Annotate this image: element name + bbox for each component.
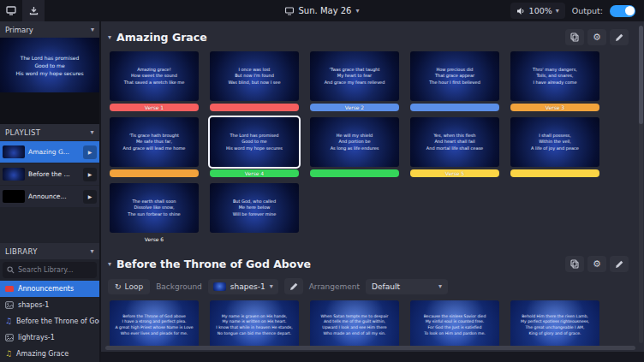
- playlist-item-amazing-grace[interactable]: Amazing G... ▶: [0, 141, 99, 163]
- library-item-lightrays-1[interactable]: lightrays-1: [0, 329, 99, 346]
- copy-button[interactable]: [565, 256, 584, 272]
- library-item-shapes-1[interactable]: shapes-1: [0, 297, 99, 313]
- primary-header[interactable]: Primary ▾: [0, 21, 99, 38]
- slide-group-label[interactable]: [210, 104, 299, 111]
- output-toggle[interactable]: [610, 5, 635, 17]
- edit-button[interactable]: [610, 256, 629, 272]
- slide-group-label[interactable]: Verse 5: [410, 169, 499, 177]
- play-icon: ▶: [88, 171, 92, 177]
- slide-group-label[interactable]: [110, 169, 199, 177]
- slide-group-label[interactable]: Verse 4: [210, 169, 299, 177]
- slide-card[interactable]: I once was lost But now I'm found Was bl…: [210, 51, 299, 111]
- slide-thumbnail[interactable]: He will my shield And portion be As long…: [310, 117, 399, 167]
- bottom-drawer[interactable]: [101, 352, 644, 362]
- playlist-item-name: Amazing G...: [28, 148, 80, 156]
- chevron-down-icon[interactable]: ▾: [108, 33, 111, 41]
- search-input[interactable]: [18, 266, 92, 274]
- vertical-scrollbar[interactable]: [639, 26, 643, 343]
- loop-button[interactable]: ↻ Loop: [108, 279, 150, 294]
- slide-card[interactable]: But God, who called Me here below Will b…: [210, 183, 299, 243]
- playlist-item-before-the-throne[interactable]: Before the ... ▶: [0, 163, 99, 185]
- settings-button[interactable]: ⚙: [587, 29, 606, 45]
- slide-group-label[interactable]: [510, 169, 599, 177]
- section-toolbar: ⚙: [565, 29, 635, 45]
- slide-thumbnail[interactable]: When Satan tempts me to despair And tell…: [310, 300, 399, 350]
- slide-card[interactable]: When Satan tempts me to despair And tell…: [310, 300, 399, 350]
- slide-thumbnail[interactable]: Thro' many dangers, Toils, and snares, I…: [510, 51, 599, 101]
- slide-thumbnail[interactable]: The earth shall soon Dissolve like snow,…: [110, 183, 199, 233]
- slide-thumbnail[interactable]: Because the sinless Savior died My sinfu…: [410, 300, 499, 350]
- slide-card[interactable]: Yes, when this flesh And heart shall fai…: [410, 117, 499, 177]
- section-header-amazing-grace: ▾ Amazing Grace ⚙: [101, 21, 644, 50]
- library-item-name: lightrays-1: [18, 334, 55, 341]
- chevron-down-icon: ▾: [270, 282, 273, 290]
- library-search: [3, 262, 97, 278]
- slide-group-label[interactable]: [310, 169, 399, 177]
- slide-card[interactable]: I shall possess, Within the veil, A life…: [510, 117, 599, 177]
- preview-slide[interactable]: The Lord has promised Good to me His wor…: [0, 38, 99, 92]
- slide-group-label[interactable]: Verse 2: [310, 104, 399, 111]
- slide-card[interactable]: He will my shield And portion be As long…: [310, 117, 399, 177]
- section-title[interactable]: Before the Throne of God Above: [116, 258, 311, 270]
- play-icon: ▶: [88, 149, 92, 155]
- slide-card[interactable]: Thro' many dangers, Toils, and snares, I…: [510, 51, 599, 111]
- edit-background-button[interactable]: [284, 278, 303, 294]
- slide-thumbnail[interactable]: The Lord has promised Good to me His wor…: [210, 117, 299, 167]
- scrollbar-thumb[interactable]: [639, 26, 643, 124]
- slide-card[interactable]: Behold Him there the risen Lamb, My perf…: [510, 300, 599, 350]
- slide-thumbnail[interactable]: But God, who called Me here below Will b…: [210, 183, 299, 233]
- slide-thumbnail[interactable]: Before the Throne of God above I have a …: [110, 300, 199, 350]
- display-button[interactable]: [0, 0, 22, 21]
- play-button[interactable]: ▶: [83, 190, 97, 204]
- library-item-before-the-throne[interactable]: ♫ Before the Throne of God: [0, 313, 99, 329]
- library-item-amazing-grace[interactable]: ♫ Amazing Grace: [0, 346, 99, 362]
- copy-button[interactable]: [565, 29, 584, 45]
- slide-group-label[interactable]: [410, 104, 499, 111]
- slide-card[interactable]: 'Twas grace that taught My heart to fear…: [310, 51, 399, 111]
- slide-group-label[interactable]: [210, 235, 299, 243]
- slide-group-label[interactable]: Verse 6: [110, 235, 199, 243]
- slide-text: Before the Throne of God above I have a …: [112, 314, 195, 337]
- slide-thumbnail[interactable]: I once was lost But now I'm found Was bl…: [210, 51, 299, 101]
- slide-thumbnail[interactable]: Behold Him there the risen Lamb, My perf…: [510, 300, 599, 350]
- slide-group-label[interactable]: Verse 3: [510, 104, 599, 111]
- slide-card[interactable]: The earth shall soon Dissolve like snow,…: [110, 183, 199, 243]
- slide-thumbnail[interactable]: 'Tis grace hath brought Me safe thus far…: [110, 117, 199, 167]
- chevron-down-icon[interactable]: ▾: [108, 260, 111, 268]
- section-title[interactable]: Amazing Grace: [116, 31, 207, 44]
- slide-group-label[interactable]: Verse 1: [110, 104, 199, 111]
- slide-thumbnail[interactable]: How precious did That grace appear The h…: [410, 51, 499, 101]
- project-selector[interactable]: Sun. May 26 ▾: [285, 0, 360, 21]
- settings-button[interactable]: ⚙: [587, 256, 606, 272]
- playlist-item-name: Announce...: [28, 193, 80, 200]
- slide-thumbnail[interactable]: Yes, when this flesh And heart shall fai…: [410, 117, 499, 167]
- slide-card[interactable]: Because the sinless Savior died My sinfu…: [410, 300, 499, 350]
- import-button[interactable]: [22, 0, 45, 21]
- library-header[interactable]: LIBRARY ▾: [0, 243, 99, 259]
- drawer-resize-handle[interactable]: [105, 346, 635, 350]
- play-button[interactable]: ▶: [83, 168, 97, 181]
- slide-thumbnail[interactable]: 'Twas grace that taught My heart to fear…: [310, 51, 399, 101]
- topbar-left: [0, 0, 45, 21]
- background-selector[interactable]: shapes-1 ▾: [208, 279, 278, 294]
- chevron-down-icon: ▾: [91, 128, 94, 136]
- slide-card[interactable]: 'Tis grace hath brought Me safe thus far…: [110, 117, 199, 177]
- library-item-announcements[interactable]: Announcements: [0, 281, 99, 297]
- slide-card[interactable]: How precious did That grace appear The h…: [410, 51, 499, 111]
- volume-control[interactable]: 100% ▾: [510, 3, 565, 19]
- slide-thumbnail[interactable]: My name is graven on His hands, My name …: [210, 300, 299, 350]
- playlist-header[interactable]: PLAYLIST ▾: [0, 124, 99, 140]
- slide-card[interactable]: Amazing grace! How sweet the sound That …: [110, 51, 199, 111]
- play-button[interactable]: ▶: [83, 145, 97, 159]
- slide-thumbnail[interactable]: I shall possess, Within the veil, A life…: [510, 117, 599, 167]
- arrangement-selector[interactable]: Default ▾: [366, 279, 448, 294]
- slide-card-selected[interactable]: The Lord has promised Good to me His wor…: [210, 117, 299, 177]
- library-item-name: Before the Throne of God: [16, 317, 99, 325]
- slide-thumbnail[interactable]: Amazing grace! How sweet the sound That …: [110, 51, 199, 101]
- image-icon: [5, 301, 14, 309]
- slide-card[interactable]: Before the Throne of God above I have a …: [110, 300, 199, 350]
- library-item-name: Announcements: [18, 285, 74, 293]
- edit-button[interactable]: [610, 29, 629, 45]
- slide-card[interactable]: My name is graven on His hands, My name …: [210, 300, 299, 350]
- playlist-item-announcements[interactable]: Announce... ▶: [0, 186, 99, 207]
